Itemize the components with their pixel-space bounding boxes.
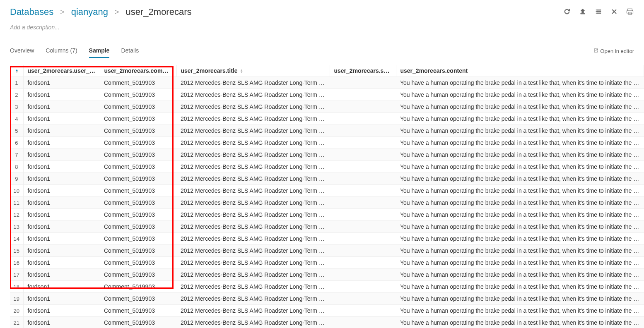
cell-commentid: Comment_5019903 bbox=[100, 257, 176, 269]
table-row[interactable]: 8fordson1Comment_50199032012 Mercedes-Be… bbox=[10, 161, 644, 173]
cell-row-number: 4 bbox=[10, 113, 23, 125]
list-icon[interactable] bbox=[594, 7, 603, 16]
cell-row-number: 9 bbox=[10, 173, 23, 185]
column-commentid[interactable]: user_2morecars.commentid bbox=[100, 65, 176, 77]
cell-content: You have a human operating the brake ped… bbox=[396, 305, 644, 317]
cell-title: 2012 Mercedes-Benz SLS AMG Roadster Long… bbox=[176, 281, 330, 293]
cell-title: 2012 Mercedes-Benz SLS AMG Roadster Long… bbox=[176, 197, 330, 209]
tab-sample[interactable]: Sample bbox=[89, 44, 110, 58]
cell-source bbox=[330, 269, 396, 281]
table-row[interactable]: 6fordson1Comment_50199032012 Mercedes-Be… bbox=[10, 137, 644, 149]
table-row[interactable]: 7fordson1Comment_50199032012 Mercedes-Be… bbox=[10, 149, 644, 161]
cell-content: You have a human operating the brake ped… bbox=[396, 221, 644, 233]
breadcrumb-database[interactable]: qianyang bbox=[71, 7, 108, 17]
cell-title: 2012 Mercedes-Benz SLS AMG Roadster Long… bbox=[176, 77, 330, 89]
cell-commentid: Comment_5019903 bbox=[100, 185, 176, 197]
table-row[interactable]: 18fordson1Comment_50199032012 Mercedes-B… bbox=[10, 281, 644, 293]
cell-commentid: Comment_5019903 bbox=[100, 293, 176, 305]
table-row[interactable]: 10fordson1Comment_50199032012 Mercedes-B… bbox=[10, 185, 644, 197]
table-row[interactable]: 17fordson1Comment_50199032012 Mercedes-B… bbox=[10, 269, 644, 281]
sample-table: ▲▼ user_2morecars.user_name ▲▼ user_2mor… bbox=[10, 65, 644, 328]
open-in-editor-link[interactable]: Open in editor bbox=[593, 48, 634, 54]
tab-overview[interactable]: Overview bbox=[10, 44, 34, 58]
cell-user-name: fordson1 bbox=[23, 209, 100, 221]
table-row[interactable]: 20fordson1Comment_50199032012 Mercedes-B… bbox=[10, 305, 644, 317]
table-row[interactable]: 11fordson1Comment_50199032012 Mercedes-B… bbox=[10, 197, 644, 209]
cell-commentid: Comment_5019903 bbox=[100, 101, 176, 113]
cell-row-number: 5 bbox=[10, 125, 23, 137]
cell-source bbox=[330, 281, 396, 293]
cell-row-number: 11 bbox=[10, 197, 23, 209]
upload-icon[interactable] bbox=[579, 7, 587, 16]
cell-title: 2012 Mercedes-Benz SLS AMG Roadster Long… bbox=[176, 305, 330, 317]
tab-columns[interactable]: Columns (7) bbox=[46, 44, 77, 58]
cell-row-number: 20 bbox=[10, 305, 23, 317]
table-row[interactable]: 1fordson1Comment_50199032012 Mercedes-Be… bbox=[10, 77, 644, 89]
table-row[interactable]: 14fordson1Comment_50199032012 Mercedes-B… bbox=[10, 233, 644, 245]
column-source[interactable]: user_2morecars.source ▲▼ bbox=[330, 65, 396, 77]
cell-commentid: Comment_5019903 bbox=[100, 173, 176, 185]
cell-source bbox=[330, 197, 396, 209]
table-row[interactable]: 9fordson1Comment_50199032012 Mercedes-Be… bbox=[10, 173, 644, 185]
column-row-number[interactable]: ▲▼ bbox=[10, 65, 23, 77]
table-row[interactable]: 2fordson1Comment_50199032012 Mercedes-Be… bbox=[10, 89, 644, 101]
cell-title: 2012 Mercedes-Benz SLS AMG Roadster Long… bbox=[176, 245, 330, 257]
cell-content: You have a human operating the brake ped… bbox=[396, 149, 644, 161]
refresh-icon[interactable] bbox=[563, 7, 571, 16]
table-row[interactable]: 5fordson1Comment_50199032012 Mercedes-Be… bbox=[10, 125, 644, 137]
cell-source bbox=[330, 137, 396, 149]
cell-commentid: Comment_5019903 bbox=[100, 269, 176, 281]
cell-title: 2012 Mercedes-Benz SLS AMG Roadster Long… bbox=[176, 221, 330, 233]
table-row[interactable]: 3fordson1Comment_50199032012 Mercedes-Be… bbox=[10, 101, 644, 113]
table-row[interactable]: 4fordson1Comment_50199032012 Mercedes-Be… bbox=[10, 113, 644, 125]
table-row[interactable]: 15fordson1Comment_50199032012 Mercedes-B… bbox=[10, 245, 644, 257]
cell-commentid: Comment_5019903 bbox=[100, 137, 176, 149]
cell-content: You have a human operating the brake ped… bbox=[396, 185, 644, 197]
print-icon[interactable] bbox=[626, 7, 634, 16]
cell-user-name: fordson1 bbox=[23, 245, 100, 257]
column-user-name[interactable]: user_2morecars.user_name ▲▼ bbox=[23, 65, 100, 77]
cell-row-number: 13 bbox=[10, 221, 23, 233]
cell-content: You have a human operating the brake ped… bbox=[396, 137, 644, 149]
column-title[interactable]: user_2morecars.title ▲▼ bbox=[176, 65, 330, 77]
table-row[interactable]: 21fordson1Comment_50199032012 Mercedes-B… bbox=[10, 317, 644, 328]
cell-commentid: Comment_5019903 bbox=[100, 113, 176, 125]
cell-user-name: fordson1 bbox=[23, 257, 100, 269]
chevron-right-icon: > bbox=[115, 8, 119, 17]
description-input[interactable]: Add a description... bbox=[10, 24, 634, 31]
chevron-right-icon: > bbox=[60, 8, 65, 17]
cell-row-number: 16 bbox=[10, 257, 23, 269]
close-icon[interactable] bbox=[610, 7, 618, 16]
cell-row-number: 7 bbox=[10, 149, 23, 161]
cell-user-name: fordson1 bbox=[23, 233, 100, 245]
cell-source bbox=[330, 305, 396, 317]
cell-commentid: Comment_5019903 bbox=[100, 149, 176, 161]
cell-source bbox=[330, 161, 396, 173]
cell-source bbox=[330, 317, 396, 328]
breadcrumb-root[interactable]: Databases bbox=[10, 7, 53, 17]
cell-source bbox=[330, 221, 396, 233]
table-row[interactable]: 12fordson1Comment_50199032012 Mercedes-B… bbox=[10, 209, 644, 221]
sort-icon: ▲▼ bbox=[15, 69, 19, 73]
cell-user-name: fordson1 bbox=[23, 77, 100, 89]
cell-source bbox=[330, 209, 396, 221]
column-content[interactable]: user_2morecars.content bbox=[396, 65, 644, 77]
table-row[interactable]: 13fordson1Comment_50199032012 Mercedes-B… bbox=[10, 221, 644, 233]
cell-row-number: 15 bbox=[10, 245, 23, 257]
cell-commentid: Comment_5019903 bbox=[100, 245, 176, 257]
cell-user-name: fordson1 bbox=[23, 137, 100, 149]
table-row[interactable]: 19fordson1Comment_50199032012 Mercedes-B… bbox=[10, 293, 644, 305]
cell-source bbox=[330, 173, 396, 185]
cell-commentid: Comment_5019903 bbox=[100, 197, 176, 209]
toolbar bbox=[563, 7, 634, 16]
breadcrumb-table: user_2morecars bbox=[126, 7, 192, 17]
cell-source bbox=[330, 245, 396, 257]
cell-user-name: fordson1 bbox=[23, 293, 100, 305]
table-row[interactable]: 16fordson1Comment_50199032012 Mercedes-B… bbox=[10, 257, 644, 269]
sort-icon: ▲▼ bbox=[240, 69, 243, 73]
cell-content: You have a human operating the brake ped… bbox=[396, 293, 644, 305]
tab-details[interactable]: Details bbox=[121, 44, 139, 58]
cell-title: 2012 Mercedes-Benz SLS AMG Roadster Long… bbox=[176, 125, 330, 137]
cell-commentid: Comment_5019903 bbox=[100, 125, 176, 137]
cell-source bbox=[330, 125, 396, 137]
